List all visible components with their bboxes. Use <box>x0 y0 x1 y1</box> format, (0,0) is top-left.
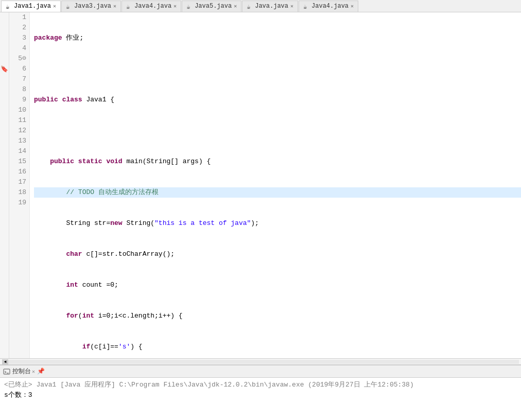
line-num-16: 16 <box>9 167 26 177</box>
java-file-icon-2: ☕ <box>66 3 72 9</box>
line-num-18: 18 <box>9 187 26 198</box>
margin-line-11 <box>1 115 9 126</box>
console-terminated-line: <已终止> Java1 [Java 应用程序] C:\Program Files… <box>4 380 517 390</box>
tab-label-2: Java3.java <box>74 3 111 10</box>
scroll-left-arrow[interactable]: ◀ <box>2 359 8 364</box>
code-line-3: public class Java1 { <box>34 95 521 105</box>
code-line-2 <box>34 64 521 74</box>
tab-label-4: Java5.java <box>195 3 232 10</box>
tab-close-button-2[interactable]: ✕ <box>113 3 116 9</box>
tab-java[interactable]: ☕ Java.java ✕ <box>242 1 298 12</box>
tab-java4a[interactable]: ☕ Java4.java ✕ <box>121 1 181 12</box>
margin-line-1 <box>1 12 9 23</box>
editor-scrollbar[interactable]: ◀ <box>0 358 521 364</box>
margin-line-6-bookmark: 🔖 <box>1 64 9 74</box>
line-num-1: 1 <box>9 12 26 23</box>
tab-java1[interactable]: ☕ Java1.java ✕ <box>1 1 61 12</box>
margin-line-10 <box>1 105 9 115</box>
code-line-1: package 作业; <box>34 33 521 43</box>
margin-line-8 <box>1 84 9 95</box>
tab-close-button-6[interactable]: ✕ <box>351 3 354 9</box>
code-line-4 <box>34 126 521 136</box>
code-line-7: String str=new String("this is a test of… <box>34 218 521 229</box>
line-num-17: 17 <box>9 177 26 187</box>
code-line-8: char c[]=str.toCharArray(); <box>34 249 521 259</box>
line-num-8: 8 <box>9 84 26 95</box>
java-file-icon-6: ☕ <box>303 3 309 9</box>
console-output-line: s个数：3 <box>4 390 517 400</box>
margin-line-18 <box>1 187 9 198</box>
scrollbar-track[interactable] <box>8 360 519 364</box>
line-num-10: 10 <box>9 105 26 115</box>
margin-line-16 <box>1 167 9 177</box>
console-pin-button[interactable]: 📌 <box>37 367 45 375</box>
console-icon <box>3 368 10 375</box>
editor-container: 🔖 1 2 3 4 5⊖ 6 7 8 9 10 11 12 13 14 15 1… <box>0 12 521 358</box>
line-num-12: 12 <box>9 126 26 136</box>
line-num-2: 2 <box>9 23 26 33</box>
line-num-19: 19 <box>9 198 26 208</box>
line-num-5: 5⊖ <box>9 54 26 64</box>
console-content: <已终止> Java1 [Java 应用程序] C:\Program Files… <box>0 378 521 420</box>
margin-line-2 <box>1 23 9 33</box>
margin-line-17 <box>1 177 9 187</box>
console-area: 控制台 ✕ 📌 <已终止> Java1 [Java 应用程序] C:\Progr… <box>0 364 521 420</box>
tab-java5[interactable]: ☕ Java5.java ✕ <box>182 1 241 12</box>
console-title-label: 控制台 <box>12 367 31 376</box>
tab-bar: ☕ Java1.java ✕ ☕ Java3.java ✕ ☕ Java4.ja… <box>0 0 521 12</box>
left-margin: 🔖 <box>0 12 9 358</box>
tab-java4b[interactable]: ☕ Java4.java ✕ <box>299 1 358 12</box>
code-editor[interactable]: package 作业; public class Java1 { public … <box>30 12 521 358</box>
margin-line-15 <box>1 156 9 167</box>
line-num-14: 14 <box>9 146 26 156</box>
line-num-11: 11 <box>9 115 26 126</box>
margin-line-14 <box>1 146 9 156</box>
tab-close-button-3[interactable]: ✕ <box>173 3 177 9</box>
console-title-close-icon: ✕ <box>32 369 35 375</box>
line-num-7: 7 <box>9 74 26 84</box>
line-num-4: 4 <box>9 43 26 54</box>
margin-line-9 <box>1 95 9 105</box>
code-line-6: // TODO 自动生成的方法存根 <box>34 187 521 198</box>
code-line-5: public static void main(String[] args) { <box>34 156 521 167</box>
tab-label: Java1.java <box>14 3 51 10</box>
margin-line-12 <box>1 126 9 136</box>
code-line-10: for(int i=0;i<c.length;i++) { <box>34 311 521 321</box>
tab-label-3: Java4.java <box>134 3 171 10</box>
margin-line-7 <box>1 74 9 84</box>
java-file-icon-5: ☕ <box>247 3 253 9</box>
code-line-9: int count =0; <box>34 280 521 290</box>
line-num-3: 3 <box>9 33 26 43</box>
line-numbers: 1 2 3 4 5⊖ 6 7 8 9 10 11 12 13 14 15 16 … <box>9 12 30 358</box>
margin-line-19 <box>1 198 9 208</box>
java-file-icon-3: ☕ <box>126 3 132 9</box>
tab-label-6: Java4.java <box>311 3 349 10</box>
line-num-9: 9 <box>9 95 26 105</box>
margin-line-5 <box>1 54 9 64</box>
tab-java3[interactable]: ☕ Java3.java ✕ <box>61 1 121 12</box>
java-file-icon: ☕ <box>6 3 12 9</box>
line-num-6: 6 <box>9 64 26 74</box>
tab-close-button-4[interactable]: ✕ <box>234 3 237 9</box>
java-file-icon-4: ☕ <box>186 3 193 9</box>
tab-close-button-5[interactable]: ✕ <box>290 3 293 9</box>
tab-close-button[interactable]: ✕ <box>53 3 56 9</box>
tab-label-5: Java.java <box>255 3 288 10</box>
line-num-15: 15 <box>9 156 26 167</box>
console-title-bar: 控制台 ✕ 📌 <box>0 365 521 378</box>
margin-line-13 <box>1 136 9 146</box>
line-num-13: 13 <box>9 136 26 146</box>
margin-line-3 <box>1 33 9 43</box>
code-line-11: if(c[i]=='s') { <box>34 342 521 352</box>
margin-line-4 <box>1 43 9 54</box>
